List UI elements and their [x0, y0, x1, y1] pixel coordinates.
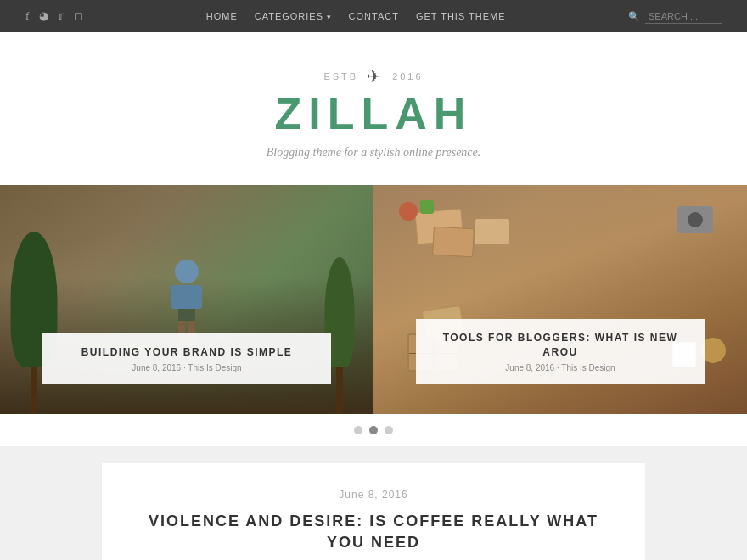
site-title: ZILLAH: [17, 92, 730, 136]
instagram-icon[interactable]: ◻: [74, 9, 83, 23]
social-links: f ◕ 𝕣 ◻: [25, 9, 83, 23]
estb-label: ESTB: [323, 71, 358, 81]
slider-dots: [0, 414, 747, 446]
twitter-icon[interactable]: 𝕣: [59, 9, 64, 23]
slider-dot-3[interactable]: [385, 426, 393, 434]
site-header: ESTB ✈ 2016 ZILLAH Blogging theme for a …: [0, 32, 747, 185]
search-input[interactable]: [645, 9, 722, 24]
nav-get-theme[interactable]: GET THIS THEME: [416, 11, 506, 21]
slider-dot-2[interactable]: [369, 426, 378, 434]
nav-categories[interactable]: CATEGORIES: [255, 11, 332, 21]
pinterest-icon[interactable]: ◕: [39, 9, 48, 23]
slider-dot-1[interactable]: [354, 426, 362, 434]
nav-contact[interactable]: CONTACT: [349, 11, 399, 21]
slide-2-caption: TOOLS FOR BLOGGERS: WHAT IS NEW AROU Jun…: [416, 319, 705, 384]
year-label: 2016: [392, 71, 423, 81]
post-date: June 8, 2016: [144, 489, 603, 501]
facebook-icon[interactable]: f: [25, 9, 29, 23]
nav-home[interactable]: HOME: [206, 11, 238, 21]
estb-line: ESTB ✈ 2016: [17, 66, 730, 87]
search-area: 🔍: [628, 9, 722, 24]
main-navigation: f ◕ 𝕣 ◻ HOME CATEGORIES CONTACT GET THIS…: [0, 0, 747, 32]
search-icon: 🔍: [628, 11, 640, 22]
featured-post-card[interactable]: June 8, 2016 VIOLENCE AND DESIRE: IS COF…: [102, 463, 645, 560]
post-title: VIOLENCE AND DESIRE: IS COFFEE REALLY WH…: [144, 511, 603, 553]
hero-slider: BUILDING YOUR BRAND IS SIMPLE June 8, 20…: [0, 185, 747, 414]
slide-2-subtitle: June 8, 2016 · This Is Design: [433, 363, 688, 372]
slide-1-subtitle: June 8, 2016 · This Is Design: [59, 363, 314, 372]
slide-1[interactable]: BUILDING YOUR BRAND IS SIMPLE June 8, 20…: [0, 185, 374, 414]
slide-1-caption: BUILDING YOUR BRAND IS SIMPLE June 8, 20…: [42, 333, 331, 384]
tree-decoration-left: [8, 244, 59, 414]
slide-2-title: TOOLS FOR BLOGGERS: WHAT IS NEW AROU: [433, 331, 688, 360]
nav-menu: HOME CATEGORIES CONTACT GET THIS THEME: [206, 11, 506, 21]
plane-icon: ✈: [367, 66, 384, 87]
main-content: June 8, 2016 VIOLENCE AND DESIRE: IS COF…: [0, 446, 747, 560]
site-tagline: Blogging theme for a stylish online pres…: [17, 146, 730, 160]
slide-2[interactable]: TOOLS FOR BLOGGERS: WHAT IS NEW AROU Jun…: [374, 185, 747, 414]
slide-1-title: BUILDING YOUR BRAND IS SIMPLE: [59, 345, 314, 360]
